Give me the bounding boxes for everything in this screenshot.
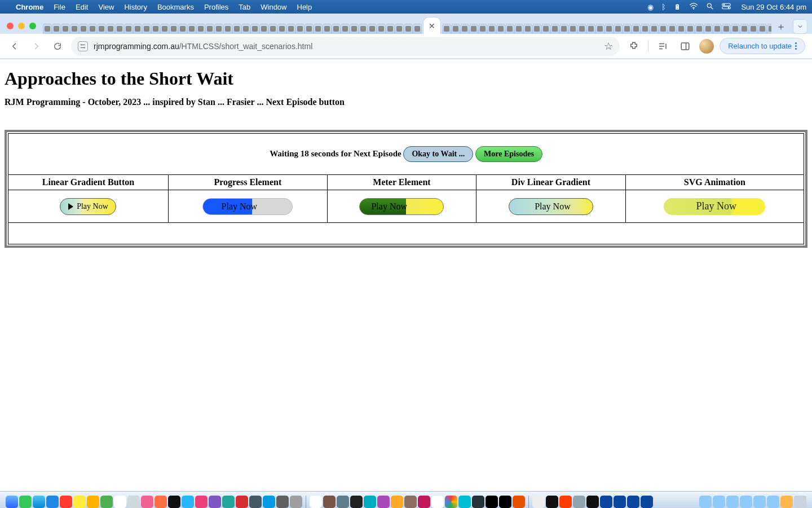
tab[interactable] [259,24,268,34]
tab[interactable] [79,24,88,34]
tab[interactable] [469,24,478,34]
menu-help[interactable]: Help [297,3,312,11]
tab[interactable] [413,24,422,34]
tab[interactable] [341,24,350,34]
menu-bookmarks[interactable]: Bookmarks [157,3,194,11]
url-bar[interactable]: rjmprogramming.com.au/HTMLCSS/short_wait… [71,37,620,56]
window-traffic-lights[interactable] [5,23,41,34]
menu-edit[interactable]: Edit [76,3,88,11]
tab[interactable] [241,24,250,34]
tab[interactable] [106,24,115,34]
tab[interactable] [350,24,359,34]
tab[interactable] [623,24,632,34]
tab[interactable] [88,24,97,34]
window-minimize-icon[interactable] [18,23,25,29]
reading-list-icon[interactable] [654,38,671,55]
tab[interactable] [614,24,623,34]
nav-reload-button[interactable] [50,38,65,54]
tab[interactable] [368,24,377,34]
battery-icon[interactable]: 🔋︎ [674,3,681,11]
tab[interactable] [295,24,304,34]
tab[interactable] [250,24,259,34]
more-episodes-button[interactable]: More Episodes [475,146,542,162]
tab[interactable] [641,24,650,34]
tab[interactable] [595,24,604,34]
extensions-icon[interactable] [625,38,642,55]
tab[interactable] [722,24,731,34]
tab[interactable] [713,24,722,34]
tab[interactable] [277,24,286,34]
control-center-icon[interactable] [722,3,731,11]
tab[interactable] [268,24,277,34]
relaunch-button[interactable]: Relaunch to update [720,38,805,54]
tab[interactable] [514,24,523,34]
tab[interactable] [332,24,341,34]
tab[interactable] [541,24,550,34]
tab[interactable] [187,24,196,34]
tab[interactable] [604,24,614,34]
tab[interactable] [377,24,386,34]
tab[interactable] [632,24,641,34]
tab[interactable] [404,24,413,34]
tab[interactable] [568,24,577,34]
side-panel-icon[interactable] [677,38,694,55]
tab[interactable] [142,24,151,34]
tab[interactable] [523,24,532,34]
close-tab-icon[interactable]: ✕ [429,21,435,30]
okay-to-wait-button[interactable]: Okay to Wait ... [403,146,473,162]
bluetooth-icon[interactable]: ᛒ [661,3,666,11]
tab[interactable] [478,24,487,34]
play-button-lineargradient[interactable]: Play Now [60,198,116,215]
screen-record-icon[interactable]: ◉ [647,3,654,11]
wifi-icon[interactable] [689,3,698,11]
menubar-clock[interactable]: Sun 29 Oct 6:44 pm [741,3,806,11]
tab[interactable] [704,24,713,34]
menubar-app[interactable]: Chrome [16,3,43,11]
tab[interactable] [740,24,749,34]
tab[interactable] [496,24,505,34]
tab[interactable] [214,24,223,34]
tab[interactable] [695,24,704,34]
tab[interactable] [43,24,52,34]
tab[interactable] [686,24,695,34]
menu-window[interactable]: Window [261,3,286,11]
tab[interactable] [668,24,677,34]
tab[interactable] [133,24,142,34]
spotlight-icon[interactable] [706,2,714,12]
play-button-meter[interactable]: Play Now [359,198,444,215]
menu-file[interactable]: File [54,3,65,11]
tab[interactable] [460,24,469,34]
menu-history[interactable]: History [124,3,147,11]
tab[interactable] [442,24,451,34]
tab[interactable] [487,24,496,34]
tab[interactable] [586,24,595,34]
nav-back-button[interactable] [7,38,23,54]
tab[interactable] [323,24,332,34]
tab[interactable] [386,24,395,34]
tab[interactable] [70,24,79,34]
play-button-progress[interactable]: Play Now [202,198,293,215]
tab[interactable] [124,24,133,34]
tab[interactable] [151,24,160,34]
menu-profiles[interactable]: Profiles [204,3,228,11]
tab[interactable] [359,24,368,34]
tab[interactable] [659,24,668,34]
tab[interactable] [677,24,686,34]
tab[interactable] [559,24,568,34]
tab[interactable] [304,24,314,34]
tab[interactable] [178,24,187,34]
nav-forward-button[interactable] [28,38,44,54]
tab[interactable] [115,24,124,34]
tab[interactable] [532,24,541,34]
play-button-svg[interactable]: Play Now [664,198,765,215]
tab[interactable] [451,24,460,34]
tabs-dropdown-button[interactable] [793,19,807,34]
tab[interactable] [577,24,586,34]
window-close-icon[interactable] [7,23,14,29]
tab[interactable] [196,24,205,34]
active-tab[interactable]: ✕ [423,17,441,34]
tab[interactable] [650,24,659,34]
profile-avatar[interactable] [699,39,714,54]
bookmark-star-icon[interactable]: ☆ [604,40,613,52]
new-tab-button[interactable]: ＋ [774,19,788,34]
